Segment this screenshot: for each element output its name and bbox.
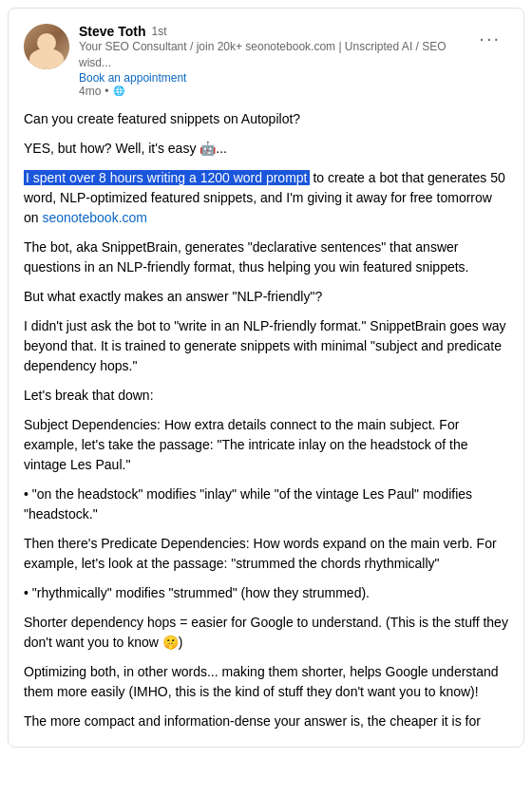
connection-badge: 1st: [152, 25, 167, 38]
content-para12: The more compact and information-dense y…: [24, 712, 508, 731]
content-line1: Can you create featured snippets on Auto…: [24, 109, 508, 129]
content-para6: Subject Dependencies: How extra details …: [24, 415, 508, 475]
book-appointment-link[interactable]: Book an appointment: [79, 71, 471, 85]
post-header: Steve Toth 1st Your SEO Consultant / joi…: [24, 24, 508, 98]
content-line2: YES, but how? Well, it's easy 🤖...: [24, 139, 508, 159]
content-highlighted-block: I spent over 8 hours writing a 1200 word…: [24, 168, 508, 228]
content-para9: • "rhythmically" modifies "strummed" (ho…: [24, 583, 508, 603]
author-name[interactable]: Steve Toth: [79, 24, 146, 39]
post-time: 4mo: [79, 85, 101, 98]
globe-icon: 🌐: [113, 85, 124, 96]
highlighted-text: I spent over 8 hours writing a 1200 word…: [24, 170, 310, 185]
post-header-left: Steve Toth 1st Your SEO Consultant / joi…: [24, 24, 471, 98]
content-para3: But what exactly makes an answer "NLP-fr…: [24, 287, 508, 307]
post-content: Can you create featured snippets on Auto…: [24, 109, 508, 731]
author-info: Steve Toth 1st Your SEO Consultant / joi…: [79, 24, 471, 98]
site-link[interactable]: seonotebook.com: [42, 210, 147, 225]
separator: •: [104, 85, 108, 98]
more-options-button[interactable]: ···: [471, 24, 508, 53]
content-para10: Shorter dependency hops = easier for Goo…: [24, 613, 508, 653]
author-name-row: Steve Toth 1st: [79, 24, 471, 39]
author-title: Your SEO Consultant / join 20k+ seonoteb…: [79, 39, 471, 71]
content-para2: The bot, aka SnippetBrain, generates "de…: [24, 237, 508, 277]
post-meta: 4mo • 🌐: [79, 85, 471, 98]
post-card: Steve Toth 1st Your SEO Consultant / joi…: [8, 8, 524, 748]
content-para8: Then there's Predicate Dependencies: How…: [24, 534, 508, 574]
content-para7: • "on the headstock" modifies "inlay" wh…: [24, 484, 508, 524]
content-para4: I didn't just ask the bot to "write in a…: [24, 316, 508, 376]
avatar[interactable]: [24, 24, 69, 69]
content-para11: Optimizing both, in other words... makin…: [24, 662, 508, 702]
content-para5: Let's break that down:: [24, 386, 508, 406]
